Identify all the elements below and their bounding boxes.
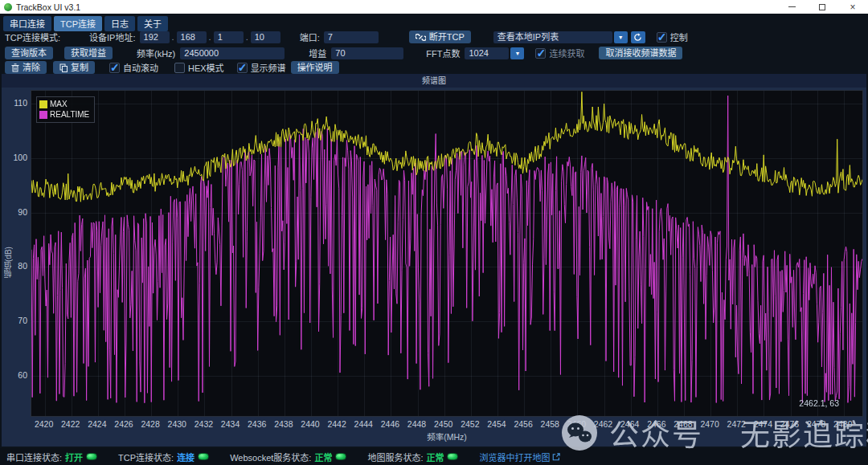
maximize-icon bbox=[819, 4, 825, 10]
y-tick-label: 80 bbox=[2, 261, 27, 271]
x-tick-label: 2436 bbox=[248, 419, 266, 429]
help-button[interactable]: 操作说明 bbox=[291, 61, 339, 74]
ip-octet-2-field[interactable]: 168 bbox=[177, 31, 207, 43]
spectrum-panel: 频谱图 幅值(dB) MAX REALTIME 60708090100110 2… bbox=[2, 74, 866, 447]
x-axis-title: 频率(MHz) bbox=[31, 430, 863, 443]
x-tick-label: 2428 bbox=[141, 419, 159, 429]
ip-octet-3-field[interactable]: 1 bbox=[214, 31, 244, 43]
y-tick-label: 60 bbox=[2, 370, 27, 380]
plot-area[interactable]: MAX REALTIME bbox=[31, 90, 863, 417]
external-link-icon bbox=[552, 453, 560, 461]
close-button[interactable]: × bbox=[837, 0, 868, 14]
x-tick-label: 2448 bbox=[407, 419, 426, 429]
x-tick-label: 2462 bbox=[594, 419, 612, 429]
hex-mode-label: HEX模式 bbox=[188, 61, 224, 74]
x-tick-label: 2470 bbox=[700, 419, 719, 429]
toolbar-row-display: 清除 复制 ✓ 自动滚动 HEX模式 ✓ 显示频谱 操作说明 bbox=[0, 60, 868, 75]
fft-points-select[interactable]: 1024 bbox=[465, 47, 509, 59]
x-tick-label: 2434 bbox=[221, 419, 240, 429]
control-label: 控制 bbox=[670, 31, 688, 43]
serial-status: 串口连接状态: 打开 bbox=[6, 451, 97, 463]
disconnect-tcp-label: 断开TCP bbox=[429, 31, 465, 43]
x-tick-label: 2450 bbox=[434, 419, 452, 429]
x-tick-label: 2432 bbox=[194, 419, 213, 429]
ip-separator: . bbox=[172, 32, 174, 42]
x-tick-label: 2460 bbox=[567, 419, 586, 429]
y-tick-label: 70 bbox=[2, 316, 27, 325]
map-service-status-led-icon bbox=[447, 453, 458, 460]
serial-status-value: 打开 bbox=[65, 451, 83, 463]
trash-icon bbox=[11, 63, 19, 72]
open-map-link-label: 浏览器中打开地图 bbox=[479, 451, 550, 463]
legend-label-max: MAX bbox=[50, 99, 68, 109]
ip-list-dropdown-arrow[interactable]: ▼ bbox=[614, 31, 628, 43]
copy-icon bbox=[59, 63, 68, 72]
x-tick-label: 2480 bbox=[833, 419, 852, 429]
minimize-button[interactable] bbox=[776, 0, 807, 14]
websocket-status: Websocket服务状态: 正常 bbox=[230, 451, 346, 463]
x-tick-label: 2476 bbox=[780, 419, 799, 429]
cancel-receive-spectrum-button[interactable]: 取消接收频谱数据 bbox=[599, 47, 682, 59]
checkbox-icon[interactable]: ✓ bbox=[657, 32, 667, 43]
legend-item-realtime: REALTIME bbox=[39, 109, 89, 120]
copy-button[interactable]: 复制 bbox=[53, 61, 95, 74]
autoscroll-label: 自动滚动 bbox=[123, 61, 158, 74]
hex-mode-checkbox[interactable]: HEX模式 bbox=[174, 61, 224, 74]
legend-label-realtime: REALTIME bbox=[50, 109, 89, 120]
x-tick-label: 2464 bbox=[620, 419, 639, 429]
spectrum-canvas[interactable] bbox=[31, 91, 862, 416]
x-tick-label: 2424 bbox=[88, 419, 106, 429]
checkbox-icon[interactable] bbox=[174, 63, 185, 73]
x-tick-label: 2452 bbox=[461, 419, 479, 429]
y-tick-label: 110 bbox=[2, 98, 27, 108]
refresh-button[interactable] bbox=[631, 31, 645, 43]
websocket-status-label: Websocket服务状态: bbox=[230, 451, 311, 463]
app-logo-icon bbox=[4, 3, 12, 11]
port-field[interactable]: 7 bbox=[324, 31, 379, 43]
maximize-button[interactable] bbox=[807, 0, 837, 14]
window-controls: × bbox=[776, 0, 868, 14]
ip-octet-4-field[interactable]: 10 bbox=[251, 31, 280, 43]
websocket-status-led-icon bbox=[335, 453, 346, 460]
serial-status-label: 串口连接状态: bbox=[6, 451, 62, 463]
tcp-status-value: 连接 bbox=[177, 451, 194, 463]
tcp-status-label: TCP连接状态: bbox=[118, 451, 174, 463]
open-map-in-browser-link[interactable]: 浏览器中打开地图 bbox=[479, 451, 560, 463]
get-gain-button[interactable]: 获取增益 bbox=[64, 47, 113, 59]
local-ip-list-select[interactable]: 查看本地IP列表 bbox=[493, 31, 612, 43]
map-service-status: 地图服务状态: 正常 bbox=[367, 451, 458, 463]
clear-label: 清除 bbox=[23, 62, 40, 74]
y-tick-label: 100 bbox=[2, 153, 27, 162]
disconnect-tcp-button[interactable]: 断开TCP bbox=[409, 31, 471, 43]
chart-title: 频谱图 bbox=[2, 74, 866, 88]
window-title: TrackBox UI v3.1 bbox=[16, 2, 80, 12]
checkbox-icon[interactable]: ✓ bbox=[109, 63, 120, 73]
control-checkbox[interactable]: ✓ 控制 bbox=[657, 31, 688, 43]
continuous-acquire-checkbox[interactable]: ✓ 连续获取 bbox=[535, 47, 584, 59]
x-tick-label: 2458 bbox=[541, 419, 559, 429]
map-service-status-label: 地图服务状态: bbox=[367, 451, 423, 463]
gain-label: 增益 bbox=[309, 47, 326, 59]
x-tick-label: 2426 bbox=[114, 419, 133, 429]
max-series-swatch bbox=[39, 100, 47, 108]
query-version-button[interactable]: 查询版本 bbox=[5, 47, 53, 59]
autoscroll-checkbox[interactable]: ✓ 自动滚动 bbox=[109, 61, 158, 74]
statusbar: 串口连接状态: 打开 TCP连接状态: 连接 Websocket服务状态: 正常… bbox=[0, 448, 868, 465]
checkbox-icon[interactable]: ✓ bbox=[535, 48, 546, 59]
x-tick-label: 2422 bbox=[61, 419, 80, 429]
x-tick-label: 2444 bbox=[354, 419, 373, 429]
clear-button[interactable]: 清除 bbox=[5, 61, 47, 74]
gain-field[interactable]: 70 bbox=[331, 47, 403, 59]
frequency-field[interactable]: 2450000 bbox=[180, 47, 285, 59]
x-tick-label: 2478 bbox=[807, 419, 825, 429]
fft-dropdown-arrow[interactable]: ▼ bbox=[510, 47, 524, 59]
checkbox-icon[interactable]: ✓ bbox=[237, 63, 248, 73]
x-tick-label: 2442 bbox=[327, 419, 346, 429]
x-tick-label: 2430 bbox=[168, 419, 186, 429]
ip-octet-1-field[interactable]: 192 bbox=[140, 31, 170, 43]
show-spectrum-checkbox[interactable]: ✓ 显示频谱 bbox=[237, 61, 286, 74]
cursor-coordinate-readout: 2462.1, 63 bbox=[799, 398, 839, 408]
chevron-down-icon: ▼ bbox=[514, 51, 520, 56]
realtime-series-swatch bbox=[39, 111, 47, 119]
copy-label: 复制 bbox=[71, 62, 88, 74]
